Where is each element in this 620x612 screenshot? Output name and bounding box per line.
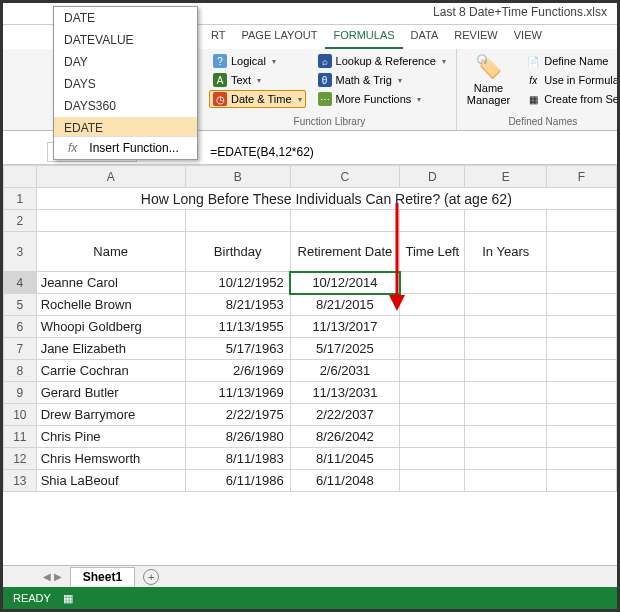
cell[interactable]: 8/26/1980	[185, 426, 290, 448]
cell[interactable]	[547, 360, 617, 382]
cell[interactable]: Shia LaBeouf	[36, 470, 185, 492]
cell[interactable]: Birthday	[185, 232, 290, 272]
cell[interactable]	[547, 338, 617, 360]
cell[interactable]	[465, 316, 547, 338]
cell[interactable]	[400, 470, 465, 492]
cell[interactable]: 11/13/2031	[290, 382, 400, 404]
col-header-D[interactable]: D	[400, 166, 465, 188]
dropdown-item-days[interactable]: DAYS	[54, 73, 197, 95]
text-button[interactable]: AText▾	[209, 71, 306, 89]
cell[interactable]	[547, 210, 617, 232]
cell[interactable]: Drew Barrymore	[36, 404, 185, 426]
cell[interactable]	[400, 210, 465, 232]
select-all[interactable]	[4, 166, 37, 188]
cell[interactable]	[547, 232, 617, 272]
cell[interactable]: Carrie Cochran	[36, 360, 185, 382]
cell[interactable]	[400, 338, 465, 360]
cell[interactable]: 11/13/1955	[185, 316, 290, 338]
lookup-button[interactable]: ⌕Lookup & Reference▾	[314, 52, 450, 70]
cell[interactable]: 2/6/2031	[290, 360, 400, 382]
col-header-B[interactable]: B	[185, 166, 290, 188]
col-header-C[interactable]: C	[290, 166, 400, 188]
sheet-tab-sheet1[interactable]: Sheet1	[70, 567, 135, 586]
cell[interactable]	[185, 210, 290, 232]
cell[interactable]: Retirement Date	[290, 232, 400, 272]
cell[interactable]	[400, 316, 465, 338]
insert-function-item[interactable]: fx Insert Function...	[54, 137, 197, 159]
cell[interactable]: Chris Hemsworth	[36, 448, 185, 470]
cell[interactable]: 10/12/1952	[185, 272, 290, 294]
cell[interactable]: 8/11/1983	[185, 448, 290, 470]
cell[interactable]: Rochelle Brown	[36, 294, 185, 316]
row-header[interactable]: 4	[4, 272, 37, 294]
cell[interactable]	[547, 316, 617, 338]
dropdown-item-edate[interactable]: EDATE	[54, 117, 197, 137]
date-time-button[interactable]: ◷Date & Time▾	[209, 90, 306, 108]
cell[interactable]	[465, 470, 547, 492]
cell[interactable]	[465, 360, 547, 382]
add-sheet-button[interactable]: +	[143, 569, 159, 585]
cell[interactable]: 11/13/2017	[290, 316, 400, 338]
col-header-F[interactable]: F	[547, 166, 617, 188]
cell[interactable]: 8/11/2045	[290, 448, 400, 470]
dropdown-item-day[interactable]: DAY	[54, 51, 197, 73]
create-from-selection-button[interactable]: ▦Create from Se	[522, 90, 620, 108]
math-button[interactable]: θMath & Trig▾	[314, 71, 450, 89]
define-name-button[interactable]: 📄Define Name	[522, 52, 620, 70]
cell[interactable]	[465, 426, 547, 448]
cell[interactable]	[400, 272, 465, 294]
cell[interactable]	[400, 294, 465, 316]
tab-view[interactable]: VIEW	[506, 25, 550, 49]
row-header[interactable]: 1	[4, 188, 37, 210]
cell[interactable]: 5/17/2025	[290, 338, 400, 360]
cell[interactable]	[465, 294, 547, 316]
cell[interactable]	[400, 404, 465, 426]
more-functions-button[interactable]: ⋯More Functions▾	[314, 90, 450, 108]
cell[interactable]	[465, 448, 547, 470]
cell[interactable]	[465, 382, 547, 404]
cell[interactable]	[400, 382, 465, 404]
col-header-A[interactable]: A	[36, 166, 185, 188]
cell[interactable]	[290, 210, 400, 232]
cell[interactable]: Chris Pine	[36, 426, 185, 448]
row-header[interactable]: 11	[4, 426, 37, 448]
cell[interactable]: How Long Before These Individuals Can Re…	[36, 188, 616, 210]
cell[interactable]	[400, 448, 465, 470]
row-header[interactable]: 7	[4, 338, 37, 360]
use-in-formula-button[interactable]: fxUse in Formula	[522, 71, 620, 89]
cell[interactable]: Name	[36, 232, 185, 272]
cell[interactable]	[547, 382, 617, 404]
cell[interactable]: In Years	[465, 232, 547, 272]
cell[interactable]: 6/11/1986	[185, 470, 290, 492]
cell[interactable]: 2/22/1975	[185, 404, 290, 426]
row-header[interactable]: 9	[4, 382, 37, 404]
row-header[interactable]: 8	[4, 360, 37, 382]
formula-input[interactable]	[204, 143, 617, 161]
cell[interactable]: 8/26/2042	[290, 426, 400, 448]
row-header[interactable]: 13	[4, 470, 37, 492]
cell[interactable]	[547, 294, 617, 316]
sheet-nav[interactable]: ◀ ▶	[43, 571, 62, 582]
cell[interactable]: 11/13/1969	[185, 382, 290, 404]
cell[interactable]: 8/21/1953	[185, 294, 290, 316]
cell[interactable]: Whoopi Goldberg	[36, 316, 185, 338]
cell[interactable]: 5/17/1963	[185, 338, 290, 360]
dropdown-item-datevalue[interactable]: DATEVALUE	[54, 29, 197, 51]
cell[interactable]	[36, 210, 185, 232]
logical-button[interactable]: ?Logical▾	[209, 52, 306, 70]
tab-data[interactable]: DATA	[403, 25, 447, 49]
name-manager-button[interactable]: 🏷️ Name Manager	[463, 52, 514, 108]
selected-cell[interactable]: 10/12/2014	[290, 272, 400, 294]
row-header[interactable]: 6	[4, 316, 37, 338]
row-header[interactable]: 12	[4, 448, 37, 470]
row-header[interactable]: 2	[4, 210, 37, 232]
cell[interactable]	[400, 360, 465, 382]
tab-page-layout[interactable]: PAGE LAYOUT	[233, 25, 325, 49]
col-header-E[interactable]: E	[465, 166, 547, 188]
cell[interactable]: Time Left	[400, 232, 465, 272]
tab-insert[interactable]: RT	[203, 25, 233, 49]
cell[interactable]	[547, 470, 617, 492]
cell[interactable]	[465, 272, 547, 294]
dropdown-item-days360[interactable]: DAYS360	[54, 95, 197, 117]
row-header[interactable]: 3	[4, 232, 37, 272]
